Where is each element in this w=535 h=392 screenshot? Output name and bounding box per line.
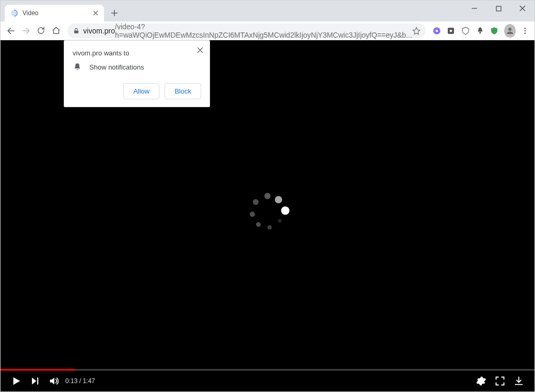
svg-rect-2 bbox=[74, 30, 78, 33]
loading-spinner-icon bbox=[247, 193, 288, 235]
video-duration: 1:47 bbox=[83, 377, 95, 385]
video-time-display: 0:13 / 1:47 bbox=[65, 377, 95, 385]
nav-forward-button[interactable] bbox=[19, 23, 33, 39]
volume-button[interactable] bbox=[44, 372, 63, 390]
fullscreen-button[interactable] bbox=[491, 372, 509, 390]
window-controls bbox=[462, 1, 534, 21]
active-tab[interactable]: Video bbox=[5, 5, 104, 21]
svg-point-11 bbox=[525, 32, 526, 34]
extension-icon-4[interactable] bbox=[474, 24, 486, 38]
svg-rect-12 bbox=[37, 377, 38, 384]
svg-point-4 bbox=[435, 29, 438, 32]
prompt-permission-label: Show notifications bbox=[89, 63, 144, 71]
browser-toolbar: vivom.pro/video-4?h=waWQiOjEwMDEwMzcsInN… bbox=[1, 21, 534, 40]
tab-close-button[interactable] bbox=[91, 9, 100, 17]
window-minimize-button[interactable] bbox=[462, 1, 486, 16]
svg-point-6 bbox=[450, 29, 452, 32]
bookmark-star-button[interactable] bbox=[412, 27, 421, 35]
svg-point-10 bbox=[525, 30, 526, 31]
notification-permission-prompt: vivom.pro wants to Show notifications Al… bbox=[64, 40, 210, 107]
browser-window: Video vivom.pro/video-4?h=waWQiOjEwMDEwM… bbox=[0, 0, 535, 392]
extension-icon-3[interactable] bbox=[459, 24, 472, 38]
svg-rect-7 bbox=[479, 32, 481, 33]
nav-home-button[interactable] bbox=[49, 23, 63, 39]
next-button[interactable] bbox=[26, 372, 44, 390]
page-content: vivom.pro wants to Show notifications Al… bbox=[1, 40, 534, 391]
new-tab-button[interactable] bbox=[107, 6, 122, 20]
prompt-close-button[interactable] bbox=[194, 44, 206, 56]
tab-title: Video bbox=[22, 9, 91, 17]
prompt-block-button[interactable]: Block bbox=[165, 83, 201, 99]
extension-icon-5[interactable] bbox=[489, 24, 501, 38]
tab-strip: Video bbox=[1, 1, 122, 21]
prompt-permission-row: Show notifications bbox=[73, 62, 201, 72]
url-path: /video-4?h=waWQiOjEwMDEwMzcsInNpZCI6MTAx… bbox=[115, 22, 412, 39]
svg-rect-1 bbox=[496, 6, 501, 11]
tab-favicon-icon bbox=[10, 9, 18, 17]
lock-icon bbox=[73, 27, 80, 34]
window-close-button[interactable] bbox=[510, 1, 534, 16]
download-button[interactable] bbox=[509, 372, 528, 390]
svg-point-8 bbox=[508, 28, 511, 31]
titlebar: Video bbox=[1, 1, 534, 21]
url-domain: vivom.pro bbox=[83, 27, 115, 35]
prompt-allow-button[interactable]: Allow bbox=[123, 83, 159, 99]
prompt-title: vivom.pro wants to bbox=[73, 49, 201, 57]
play-button[interactable] bbox=[7, 372, 26, 390]
prompt-actions: Allow Block bbox=[73, 83, 201, 99]
profile-avatar-button[interactable] bbox=[504, 24, 516, 38]
video-controls: 0:13 / 1:47 bbox=[1, 371, 534, 391]
extension-icon-1[interactable] bbox=[431, 24, 443, 38]
chrome-menu-button[interactable] bbox=[519, 24, 531, 38]
bell-icon bbox=[73, 62, 82, 72]
video-current-time: 0:13 bbox=[65, 377, 77, 385]
svg-point-9 bbox=[525, 28, 526, 29]
address-bar[interactable]: vivom.pro/video-4?h=waWQiOjEwMDEwMzcsInN… bbox=[67, 24, 426, 38]
extension-icon-2[interactable] bbox=[445, 24, 458, 38]
settings-button[interactable] bbox=[472, 372, 491, 390]
window-maximize-button[interactable] bbox=[486, 1, 510, 16]
nav-reload-button[interactable] bbox=[34, 23, 48, 39]
nav-back-button[interactable] bbox=[4, 23, 18, 39]
